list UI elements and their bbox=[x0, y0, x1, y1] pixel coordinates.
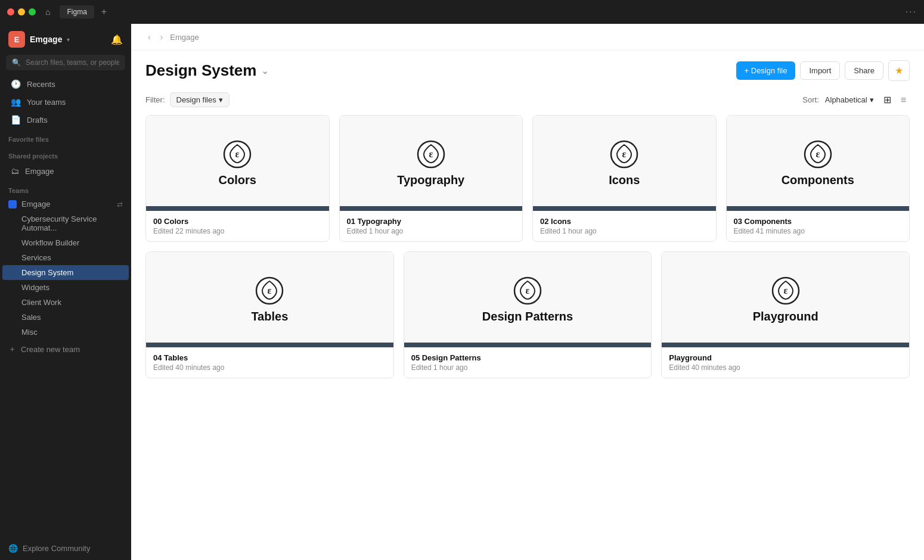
sort-chevron-icon: ▾ bbox=[870, 95, 874, 104]
sort-dropdown[interactable]: Alphabetical ▾ bbox=[825, 95, 874, 104]
back-arrow[interactable]: ‹ bbox=[145, 31, 153, 43]
share-button[interactable]: Share bbox=[845, 61, 883, 80]
filter-value: Design files bbox=[176, 95, 216, 104]
file-card-design-patterns[interactable]: ε Design Patterns 05 Design Patterns Edi… bbox=[404, 251, 652, 378]
file-card-info: 01 Typography Edited 1 hour ago bbox=[340, 211, 523, 241]
star-button[interactable]: ★ bbox=[888, 60, 910, 81]
page-title-row: Design System ⌄ bbox=[145, 61, 269, 80]
notifications-icon[interactable]: 🔔 bbox=[111, 34, 123, 45]
file-card-info: 00 Colors Edited 22 minutes ago bbox=[146, 211, 329, 241]
file-card-colors[interactable]: ε Colors 00 Colors Edited 22 minutes ago bbox=[145, 115, 330, 242]
file-card-bar bbox=[662, 343, 909, 347]
minimize-button[interactable] bbox=[18, 8, 25, 15]
sidebar-item-sales[interactable]: Sales bbox=[0, 310, 131, 325]
file-card-title: Design Patterns bbox=[482, 310, 573, 323]
filter-left: Filter: Design files ▾ bbox=[145, 92, 230, 107]
settings-icon[interactable]: ⇄ bbox=[117, 200, 123, 209]
file-card-preview: ε Icons bbox=[533, 116, 716, 211]
file-card-playground[interactable]: ε Playground Playground Edited 40 minute… bbox=[661, 251, 910, 378]
shared-projects-label: Shared projects bbox=[0, 145, 131, 162]
folder-icon: 🗂 bbox=[11, 166, 19, 176]
filter-dropdown[interactable]: Design files ▾ bbox=[170, 92, 230, 107]
import-button[interactable]: Import bbox=[800, 61, 840, 80]
titlebar: ⌂ Figma + ··· bbox=[0, 0, 924, 24]
sidebar-item-emgage-team[interactable]: Emgage ⇄ bbox=[0, 197, 131, 211]
sidebar-item-your-teams[interactable]: 👥 Your teams bbox=[2, 93, 129, 111]
file-card-preview: ε Components bbox=[727, 116, 910, 211]
sidebar-item-misc[interactable]: Misc bbox=[0, 325, 131, 340]
file-card-bar bbox=[340, 206, 523, 211]
avatar: E bbox=[8, 31, 25, 48]
file-card-icons[interactable]: ε Icons 02 Icons Edited 1 hour ago bbox=[532, 115, 717, 242]
emgage-logo-icon: ε bbox=[771, 276, 800, 305]
file-edited-time: Edited 1 hour ago bbox=[540, 227, 709, 235]
file-card-title: Typography bbox=[397, 173, 464, 187]
file-name: Playground bbox=[669, 353, 902, 362]
team-selector[interactable]: E Emgage ▾ bbox=[8, 31, 70, 48]
team-name-label: Emgage bbox=[21, 200, 50, 209]
breadcrumb-emgage[interactable]: Emgage bbox=[170, 33, 199, 42]
header-actions: + Design file Import Share ★ bbox=[736, 60, 910, 81]
emgage-logo-icon: ε bbox=[255, 276, 284, 305]
sidebar: E Emgage ▾ 🔔 🔍 🕐 Recents 👥 Your teams 📄 … bbox=[0, 24, 131, 560]
file-card-preview: ε Typography bbox=[340, 116, 523, 211]
file-name: 01 Typography bbox=[347, 217, 516, 226]
sidebar-item-cybersecurity[interactable]: Cybersecurity Service Automat... bbox=[0, 211, 131, 235]
sidebar-item-workflow-builder[interactable]: Workflow Builder bbox=[0, 235, 131, 250]
file-card-components[interactable]: ε Components 03 Components Edited 41 min… bbox=[726, 115, 910, 242]
window-controls bbox=[7, 8, 36, 15]
more-options-icon[interactable]: ··· bbox=[906, 7, 917, 17]
explore-community-label: Explore Community bbox=[23, 544, 90, 553]
home-icon[interactable]: ⌂ bbox=[45, 7, 50, 17]
file-name: 00 Colors bbox=[153, 217, 322, 226]
page-header: Design System ⌄ + Design file Import Sha… bbox=[131, 51, 924, 88]
sidebar-item-widgets[interactable]: Widgets bbox=[0, 280, 131, 295]
filter-label: Filter: bbox=[145, 95, 165, 104]
file-card-bar bbox=[146, 206, 329, 211]
search-bar[interactable]: 🔍 bbox=[6, 55, 125, 70]
sidebar-item-label: Recents bbox=[27, 80, 55, 89]
sort-label: Sort: bbox=[802, 95, 818, 104]
explore-community-link[interactable]: 🌐 Explore Community bbox=[0, 537, 131, 560]
emgage-logo-icon: ε bbox=[223, 140, 252, 169]
list-view-button[interactable]: ≡ bbox=[897, 92, 910, 108]
file-card-tables[interactable]: ε Tables 04 Tables Edited 40 minutes ago bbox=[145, 251, 394, 378]
sidebar-item-label: Emgage bbox=[25, 167, 54, 176]
design-file-button[interactable]: + Design file bbox=[736, 61, 796, 80]
close-button[interactable] bbox=[7, 8, 14, 15]
file-name: 03 Components bbox=[734, 217, 903, 226]
grid-view-button[interactable]: ⊞ bbox=[880, 92, 895, 108]
search-input[interactable] bbox=[26, 58, 119, 67]
sidebar-item-client-work[interactable]: Client Work bbox=[0, 295, 131, 310]
users-icon: 👥 bbox=[11, 97, 21, 107]
file-card-typography[interactable]: ε Typography 01 Typography Edited 1 hour… bbox=[339, 115, 523, 242]
sidebar-item-design-system[interactable]: Design System bbox=[2, 265, 129, 280]
file-card-title: Playground bbox=[753, 310, 818, 323]
forward-arrow[interactable]: › bbox=[158, 31, 166, 43]
file-card-preview: ε Tables bbox=[146, 252, 393, 347]
file-card-bar bbox=[533, 206, 716, 211]
sidebar-item-recents[interactable]: 🕐 Recents bbox=[2, 75, 129, 93]
files-row-2: ε Tables 04 Tables Edited 40 minutes ago bbox=[145, 251, 910, 378]
sidebar-item-services[interactable]: Services bbox=[0, 250, 131, 265]
file-edited-time: Edited 40 minutes ago bbox=[153, 363, 386, 372]
emgage-logo-icon: ε bbox=[417, 140, 445, 169]
view-toggle: ⊞ ≡ bbox=[880, 92, 910, 108]
create-new-team-button[interactable]: ＋ Create new team bbox=[0, 340, 131, 359]
file-card-title: Icons bbox=[609, 173, 640, 187]
chevron-down-icon: ▾ bbox=[219, 95, 223, 104]
file-name: 02 Icons bbox=[540, 217, 709, 226]
favorite-files-label: Favorite files bbox=[0, 129, 131, 145]
sidebar-item-emgage-shared[interactable]: 🗂 Emgage bbox=[2, 162, 129, 180]
page-title-chevron-icon[interactable]: ⌄ bbox=[261, 65, 269, 76]
maximize-button[interactable] bbox=[29, 8, 36, 15]
svg-text:ε: ε bbox=[235, 149, 240, 159]
file-card-title: Tables bbox=[251, 310, 288, 323]
add-tab-button[interactable]: + bbox=[101, 7, 107, 17]
filter-bar: Filter: Design files ▾ Sort: Alphabetica… bbox=[131, 88, 924, 115]
sidebar-item-drafts[interactable]: 📄 Drafts bbox=[2, 111, 129, 129]
filter-right: Sort: Alphabetical ▾ ⊞ ≡ bbox=[802, 92, 910, 108]
tab-figma[interactable]: Figma bbox=[60, 5, 94, 18]
file-card-bar bbox=[146, 343, 393, 347]
files-row-1: ε Colors 00 Colors Edited 22 minutes ago bbox=[145, 115, 910, 242]
